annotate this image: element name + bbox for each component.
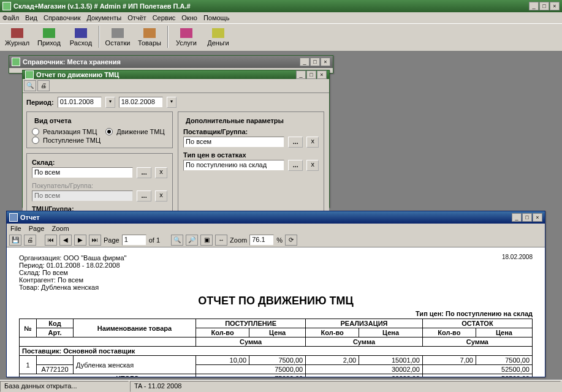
fit-width-icon[interactable]: ↔ [215, 235, 227, 246]
warehouse-clear[interactable]: x [155, 167, 167, 178]
menu-file[interactable]: Файл [2, 14, 19, 21]
tool-stock[interactable]: Остатки [102, 26, 133, 49]
statusbar: База данных открыта... TA - 11.02 2008 [0, 380, 562, 392]
tool-services[interactable]: Услуги [171, 26, 202, 49]
filter-title: Отчет по движению ТМЦ [36, 71, 119, 78]
zoom-out-icon[interactable]: 🔎 [186, 235, 198, 246]
prev-page-icon[interactable]: ◀ [59, 235, 72, 246]
zoom-value[interactable]: 76.1 [249, 235, 274, 246]
print-button[interactable]: 🖨 [37, 80, 50, 91]
menu-ref[interactable]: Справочник [44, 14, 81, 21]
separator [99, 26, 100, 48]
close-button[interactable]: × [317, 70, 327, 79]
radio-income[interactable] [32, 137, 39, 144]
minimize-button[interactable]: _ [529, 2, 539, 10]
date-to[interactable]: 18.02.2008 [119, 97, 163, 108]
status-db: База данных открыта... [0, 381, 129, 392]
price-type-browse[interactable]: ... [288, 160, 303, 171]
save-icon[interactable]: 💾 [9, 235, 21, 246]
close-button[interactable]: × [321, 58, 330, 66]
close-button[interactable]: × [533, 213, 542, 222]
supplier-clear[interactable]: x [306, 137, 319, 148]
report-table: № Код Наименование товара ПОСТУПЛЕНИЕ РЕ… [19, 318, 533, 377]
menu-page[interactable]: Page [29, 225, 45, 232]
menu-docs[interactable]: Документы [86, 14, 121, 21]
main-window: Склад+Магазин (v.1.3.5) # Admin # ИП Пол… [0, 0, 562, 392]
supplier-browse[interactable]: ... [288, 137, 303, 148]
table-row: 1 Дубленка женская 10,007500,00 2,001500… [20, 356, 533, 365]
report-title-label: Отчет [20, 214, 40, 221]
reference-title: Справочник: Места хранения [23, 58, 121, 66]
maximize-button[interactable]: □ [310, 58, 320, 66]
report-menubar: File Page Zoom [7, 224, 545, 233]
main-titlebar: Склад+Магазин (v.1.3.5) # Admin # ИП Пол… [0, 0, 562, 12]
price-type-clear[interactable]: x [306, 160, 319, 171]
refresh-icon[interactable]: ⟳ [285, 235, 297, 246]
app-title: Склад+Магазин (v.1.3.5) # Admin # ИП Пол… [13, 2, 191, 10]
warehouse-field[interactable]: По всем [32, 167, 133, 178]
price-type-field[interactable]: По поступлению на склад [183, 160, 284, 171]
menu-report[interactable]: Отчёт [127, 14, 146, 21]
menu-file[interactable]: File [10, 225, 21, 232]
menu-view[interactable]: Вид [25, 14, 37, 21]
tool-money[interactable]: Деньги [203, 26, 234, 49]
menu-window[interactable]: Окно [181, 14, 197, 21]
fit-page-icon[interactable]: ▣ [200, 235, 213, 246]
status-date: TA - 11.02 2008 [130, 381, 561, 392]
filter-toolbar: 🔍 🖨 [23, 79, 329, 93]
next-page-icon[interactable]: ▶ [74, 235, 86, 246]
maximize-button[interactable]: □ [522, 213, 532, 222]
warehouse-browse[interactable]: ... [137, 167, 151, 178]
page-number[interactable]: 1 [122, 235, 146, 246]
report-type-group: Вид отчета Реализация ТМЦ Движение ТМЦ П… [26, 111, 173, 148]
mdi-area: Справочник: Места хранения _ □ × Отчет п… [0, 51, 562, 380]
buyer-browse: ... [137, 190, 151, 202]
menu-help[interactable]: Помощь [203, 14, 230, 21]
minimize-button[interactable]: _ [512, 213, 522, 222]
main-menubar: Файл Вид Справочник Документы Отчёт Серв… [0, 12, 562, 23]
date-from-dropdown[interactable]: ▾ [105, 97, 115, 108]
report-toolbar: 💾 🖨 ⏮ ◀ ▶ ⏭ Page 1 of 1 🔍 🔎 ▣ ↔ Zoom 76.… [7, 233, 545, 247]
period-label: Период: [26, 99, 54, 106]
maximize-button[interactable]: □ [539, 2, 549, 10]
tool-journal[interactable]: Журнал [2, 26, 32, 49]
supplier-field[interactable]: По всем [183, 137, 284, 148]
tool-goods[interactable]: Товары [134, 26, 165, 49]
tool-income[interactable]: Приход [34, 26, 64, 49]
buyer-clear: x [155, 190, 167, 202]
maximize-button[interactable]: □ [306, 70, 316, 79]
tool-expense[interactable]: Расход [66, 26, 96, 49]
preview-button[interactable]: 🔍 [24, 80, 36, 91]
minimize-button[interactable]: _ [296, 70, 306, 79]
filter-titlebar[interactable]: Отчет по движению ТМЦ _ □ × [23, 70, 329, 79]
date-from[interactable]: 01.01.2008 [58, 97, 102, 108]
radio-movement[interactable] [105, 128, 113, 135]
report-titlebar[interactable]: Отчет _ □ × [7, 211, 545, 224]
window-icon [25, 70, 34, 79]
app-icon [2, 2, 11, 10]
report-heading: ОТЧЕТ ПО ДВИЖЕНИЮ ТМЦ [19, 295, 533, 307]
separator [167, 26, 169, 48]
radio-realization[interactable] [32, 128, 39, 135]
window-icon [9, 213, 18, 222]
buyer-field: По всем [32, 190, 133, 202]
menu-zoom[interactable]: Zoom [51, 225, 69, 232]
print-icon[interactable]: 🖨 [24, 235, 36, 246]
filter-window[interactable]: Отчет по движению ТМЦ _ □ × 🔍 🖨 Период: … [22, 70, 330, 208]
close-button[interactable]: × [550, 2, 560, 10]
window-icon [12, 58, 20, 66]
main-toolbar: Журнал Приход Расход Остатки Товары Услу… [0, 23, 562, 51]
report-page: 18.02.2008 Организация: ООО "Ваша фирма"… [7, 247, 545, 377]
last-page-icon[interactable]: ⏭ [89, 235, 101, 246]
date-to-dropdown[interactable]: ▾ [167, 97, 177, 108]
menu-service[interactable]: Сервис [153, 14, 176, 21]
minimize-button[interactable]: _ [300, 58, 309, 66]
report-window[interactable]: Отчет _ □ × File Page Zoom 💾 🖨 ⏮ ◀ ▶ [6, 211, 545, 377]
first-page-icon[interactable]: ⏮ [45, 235, 57, 246]
zoom-in-icon[interactable]: 🔍 [171, 235, 183, 246]
reference-titlebar[interactable]: Справочник: Места хранения _ □ × [9, 56, 333, 68]
